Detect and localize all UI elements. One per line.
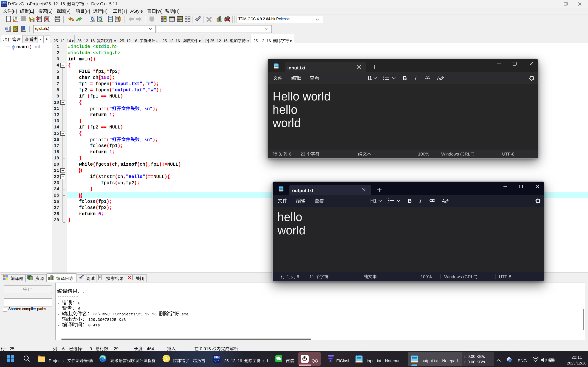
svg-text:C++: C++	[2, 4, 6, 6]
svg-text:DEV: DEV	[2, 2, 6, 4]
